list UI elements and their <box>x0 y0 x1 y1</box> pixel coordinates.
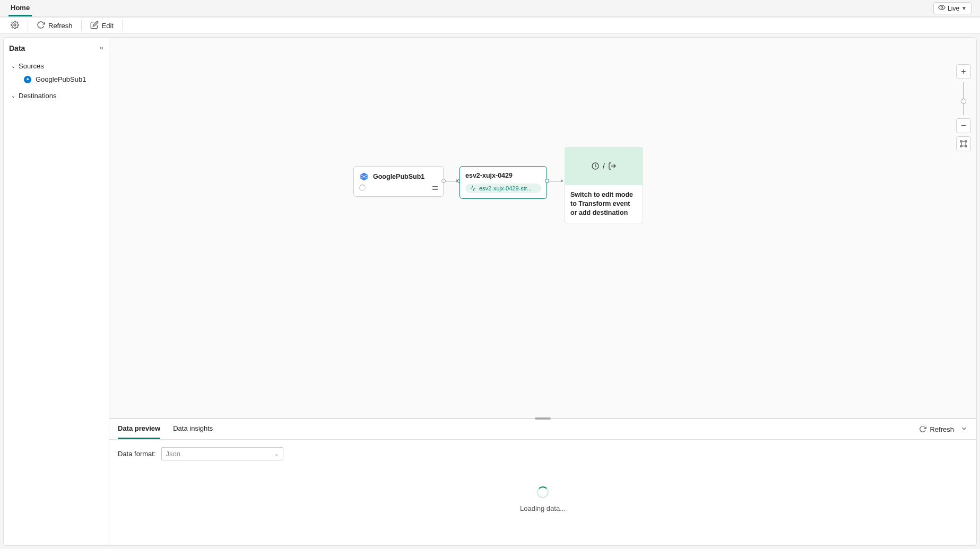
stream-chip: esv2-xujx-0429-str... <box>465 184 541 193</box>
connector <box>549 181 562 181</box>
svg-point-6 <box>361 177 362 178</box>
bottom-tabs: Data preview Data insights Refresh <box>109 419 976 440</box>
tab-data-preview[interactable]: Data preview <box>118 419 160 439</box>
collapse-panel-button[interactable] <box>960 425 968 434</box>
fit-icon <box>960 140 967 147</box>
data-format-select[interactable]: Json ⌄ <box>161 447 283 460</box>
zoom-in-button[interactable]: + <box>956 64 971 79</box>
slash-separator: / <box>603 162 605 170</box>
divider <box>122 20 123 31</box>
collapse-sidebar-button[interactable]: « <box>100 44 103 51</box>
google-pubsub-icon <box>359 172 369 181</box>
tree-group-destinations[interactable]: ⌄ Destinations <box>9 90 103 102</box>
zoom-controls: + − <box>956 64 971 151</box>
main-area: GooglePubSub1 esv2-xujx-0429 <box>109 37 977 546</box>
canvas-wrap: GooglePubSub1 esv2-xujx-0429 <box>109 37 977 419</box>
chevron-down-icon: ⌄ <box>274 451 279 457</box>
svg-point-3 <box>363 176 365 178</box>
stream-icon <box>470 185 476 191</box>
output-icon <box>608 162 617 170</box>
loading-text: Loading data... <box>520 504 566 512</box>
data-format-label: Data format: <box>118 450 156 458</box>
edit-button[interactable]: Edit <box>86 19 118 33</box>
node-menu-button[interactable] <box>432 186 438 190</box>
tree-group-sources[interactable]: ⌄ Sources <box>9 60 103 72</box>
divider <box>81 20 82 31</box>
source-item-label: GooglePubSub1 <box>36 75 86 83</box>
tab-bar: Home Live ▼ <box>0 0 980 17</box>
zoom-slider[interactable] <box>963 82 964 115</box>
bottom-refresh-label: Refresh <box>930 425 954 433</box>
zoom-thumb[interactable] <box>961 99 966 104</box>
bottom-body: Data format: Json ⌄ Loading data... <box>109 440 976 545</box>
caret-down-icon: ▼ <box>961 5 967 11</box>
tree-item-googlepubsub[interactable]: ✦ GooglePubSub1 <box>9 72 103 86</box>
dest-hint-text: Switch to edit mode to Transform event o… <box>565 185 643 223</box>
node-destination-placeholder[interactable]: / Switch to edit mode to Transform event… <box>565 147 643 223</box>
data-format-value: Json <box>166 450 180 458</box>
node-stream[interactable]: esv2-xujx-0429 esv2-xujx-0429-str... <box>459 166 547 199</box>
loading-spinner-icon <box>359 185 366 191</box>
loading-spinner-icon <box>537 486 549 498</box>
source-node-title: GooglePubSub1 <box>373 173 424 180</box>
zoom-out-button[interactable]: − <box>956 118 971 133</box>
refresh-icon <box>919 425 926 433</box>
edit-label: Edit <box>102 22 114 30</box>
node-source[interactable]: GooglePubSub1 <box>353 166 444 197</box>
arrowhead-icon <box>561 179 563 182</box>
svg-point-5 <box>366 175 367 176</box>
destinations-label: Destinations <box>19 92 57 100</box>
bottom-refresh-button[interactable]: Refresh <box>919 425 954 433</box>
bottom-panel: Data preview Data insights Refresh Data … <box>109 419 977 546</box>
output-port[interactable] <box>545 179 549 183</box>
gear-icon <box>11 21 19 31</box>
pubsub-icon: ✦ <box>24 76 31 83</box>
transform-icon <box>591 162 600 170</box>
sidebar-title: Data <box>9 44 103 53</box>
chevron-down-icon: ⌄ <box>11 63 15 69</box>
sidebar: Data « ⌄ Sources ✦ GooglePubSub1 ⌄ Desti… <box>3 37 109 546</box>
divider <box>28 20 28 31</box>
svg-rect-9 <box>961 142 966 146</box>
svg-point-0 <box>941 6 943 8</box>
refresh-button[interactable]: Refresh <box>32 19 77 33</box>
stream-node-title: esv2-xujx-0429 <box>465 172 541 179</box>
refresh-icon <box>37 21 45 31</box>
edit-icon <box>90 21 99 31</box>
live-label: Live <box>948 5 959 12</box>
chevron-down-icon <box>960 425 968 432</box>
canvas[interactable]: GooglePubSub1 esv2-xujx-0429 <box>109 38 976 418</box>
svg-point-4 <box>361 175 362 176</box>
dest-top: / <box>565 147 643 185</box>
body: Data « ⌄ Sources ✦ GooglePubSub1 ⌄ Desti… <box>0 34 980 549</box>
stream-chip-label: esv2-xujx-0429-str... <box>479 185 532 191</box>
refresh-label: Refresh <box>48 22 73 30</box>
live-mode-dropdown[interactable]: Live ▼ <box>933 2 972 14</box>
zoom-fit-button[interactable] <box>956 136 971 151</box>
settings-button[interactable] <box>6 19 23 33</box>
output-port[interactable] <box>441 179 446 183</box>
chevron-down-icon: ⌄ <box>11 93 15 99</box>
resize-handle[interactable] <box>535 417 551 420</box>
tab-data-insights[interactable]: Data insights <box>173 419 213 439</box>
svg-point-1 <box>14 24 16 26</box>
connector <box>446 181 457 181</box>
loading-indicator: Loading data... <box>118 460 968 538</box>
svg-point-7 <box>366 177 367 178</box>
sources-label: Sources <box>19 62 44 70</box>
tab-home[interactable]: Home <box>8 1 32 16</box>
eye-icon <box>938 4 946 13</box>
toolbar: Refresh Edit <box>0 17 980 34</box>
